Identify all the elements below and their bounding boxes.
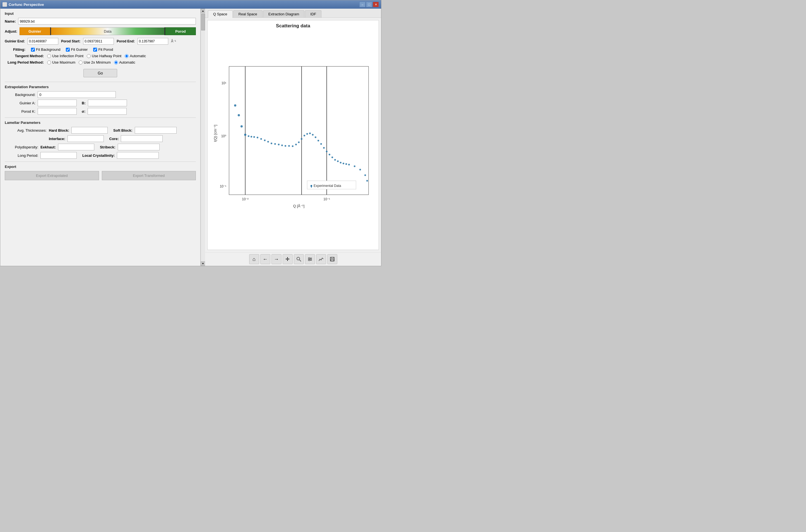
export-transformed-button[interactable]: Export Transformed xyxy=(102,171,196,180)
interface-label: Interface: xyxy=(49,137,65,141)
fit-background-checkbox[interactable] xyxy=(31,48,35,52)
save-icon xyxy=(329,256,335,262)
long-period-input[interactable] xyxy=(40,152,77,159)
svg-rect-68 xyxy=(331,260,334,261)
edit-tool-button[interactable] xyxy=(316,254,326,264)
svg-text:Q [Å⁻¹]: Q [Å⁻¹] xyxy=(293,204,304,208)
svg-point-28 xyxy=(292,145,293,147)
halfway-radio-input[interactable] xyxy=(87,54,91,58)
porod-start-input[interactable] xyxy=(83,38,114,45)
svg-point-35 xyxy=(312,134,313,136)
tab-q-space[interactable]: Q Space xyxy=(208,10,233,18)
svg-point-13 xyxy=(241,125,243,128)
sigma-input[interactable] xyxy=(88,108,127,115)
extrapolation-title: Extrapolation Parameters xyxy=(5,85,196,89)
svg-text:I(Q) [cm⁻¹]: I(Q) [cm⁻¹] xyxy=(213,125,217,142)
svg-point-56 xyxy=(310,185,312,187)
scroll-thumb[interactable] xyxy=(201,14,205,31)
thickness-row: Avg. Thicknesses: Hard Block: Soft Block… xyxy=(5,127,196,134)
guinier-a-label: Guinier A: xyxy=(5,101,35,105)
svg-point-51 xyxy=(364,174,366,176)
porod-region[interactable]: Porod xyxy=(165,27,196,35)
porod-label: Porod xyxy=(175,29,186,34)
window-controls: – □ ✕ xyxy=(359,2,379,7)
close-button[interactable]: ✕ xyxy=(373,2,379,7)
fit-porod-check[interactable]: Fit Porod xyxy=(93,48,113,52)
use-inflection-radio[interactable]: Use Inflection Point xyxy=(47,54,83,58)
lamellar-section: Lamellar Parameters Avg. Thicknesses: Ha… xyxy=(5,120,196,159)
tangent-method-row: Tangent Method: Use Inflection Point Use… xyxy=(5,54,196,58)
angstrom-unit: Å⁻¹ xyxy=(171,39,176,43)
go-row: Go xyxy=(5,69,196,77)
maximize-button[interactable]: □ xyxy=(366,2,372,7)
home-tool-button[interactable]: ⌂ xyxy=(249,254,259,264)
name-input[interactable] xyxy=(18,18,196,24)
use-halfway-radio[interactable]: Use Halfway Point xyxy=(87,54,121,58)
tangent-automatic-radio[interactable]: Automatic xyxy=(125,54,146,58)
scroll-track[interactable] xyxy=(201,13,205,261)
svg-text:10⁰: 10⁰ xyxy=(221,134,226,138)
lp-automatic-label: Automatic xyxy=(119,60,135,64)
porod-end-input[interactable] xyxy=(137,38,168,45)
b-input[interactable] xyxy=(88,100,127,106)
configure-tool-button[interactable] xyxy=(305,254,315,264)
fit-guinier-checkbox[interactable] xyxy=(66,48,70,52)
fit-background-check[interactable]: Fit Background xyxy=(31,48,60,52)
porod-k-input[interactable] xyxy=(38,108,77,115)
maximum-radio-input[interactable] xyxy=(47,60,51,64)
porod-end-label: Porod End: xyxy=(117,39,135,43)
svg-point-39 xyxy=(323,147,325,149)
scrollbar[interactable]: ▲ ▼ xyxy=(200,8,205,266)
local-cryst-label: Local Crystallinity: xyxy=(82,153,115,158)
lp-automatic-radio[interactable]: Automatic xyxy=(114,60,135,64)
main-window: Corfunc Perspective – □ ✕ Input Name: Ad… xyxy=(0,0,381,266)
soft-block-input[interactable] xyxy=(135,127,177,134)
guinier-a-input[interactable] xyxy=(38,100,77,106)
guinier-a-row: Guinier A: B: xyxy=(5,100,196,106)
hard-block-input[interactable] xyxy=(72,127,108,134)
core-input[interactable] xyxy=(121,135,162,142)
pan-tool-button[interactable]: ✛ xyxy=(283,254,293,264)
svg-point-41 xyxy=(329,154,330,155)
adjust-bar[interactable]: Guinier Data Porod xyxy=(20,27,196,35)
back-tool-button[interactable]: ← xyxy=(260,254,270,264)
export-extrapolated-button[interactable]: Export Extrapolated xyxy=(5,171,99,180)
local-cryst-input[interactable] xyxy=(117,152,159,159)
scroll-down-button[interactable]: ▼ xyxy=(201,261,205,266)
guinier-end-input[interactable] xyxy=(27,38,58,45)
fit-porod-checkbox[interactable] xyxy=(93,48,97,52)
guinier-region[interactable]: Guinier xyxy=(20,27,50,35)
2x-minimum-radio-input[interactable] xyxy=(79,60,82,64)
lp-auto-radio-input[interactable] xyxy=(114,60,118,64)
use-maximum-label: Use Maximum xyxy=(52,60,75,64)
core-label: Core: xyxy=(109,137,119,141)
svg-point-12 xyxy=(238,114,240,116)
svg-point-34 xyxy=(309,133,311,134)
svg-point-65 xyxy=(309,260,310,261)
use-maximum-radio[interactable]: Use Maximum xyxy=(47,60,75,64)
stribeck-input[interactable] xyxy=(118,144,159,150)
interface-input[interactable] xyxy=(68,135,104,142)
forward-tool-button[interactable]: → xyxy=(271,254,282,264)
scroll-up-button[interactable]: ▲ xyxy=(201,8,205,13)
tangent-auto-radio-input[interactable] xyxy=(125,54,129,58)
background-row: Background: xyxy=(5,91,196,98)
tab-idf[interactable]: IDF xyxy=(305,10,321,18)
tab-real-space[interactable]: Real Space xyxy=(233,10,263,18)
save-tool-button[interactable] xyxy=(327,254,337,264)
tab-extraction-diagram[interactable]: Extraction Diagram xyxy=(263,10,305,18)
left-inner: Input Name: Adjust: Guinier Dat xyxy=(0,8,200,266)
zoom-tool-button[interactable] xyxy=(294,254,304,264)
inflection-radio-input[interactable] xyxy=(47,54,51,58)
use-2x-minimum-radio[interactable]: Use 2x Minimum xyxy=(79,60,111,64)
svg-point-63 xyxy=(309,258,310,259)
minimize-button[interactable]: – xyxy=(359,2,365,7)
background-input[interactable] xyxy=(38,91,116,98)
go-button[interactable]: Go xyxy=(83,69,117,77)
data-region[interactable]: Data xyxy=(51,27,164,35)
title-bar: Corfunc Perspective – □ ✕ xyxy=(0,0,381,8)
fit-guinier-check[interactable]: Fit Guinier xyxy=(66,48,88,52)
svg-point-14 xyxy=(244,134,246,136)
eekhaut-input[interactable] xyxy=(58,144,94,150)
name-label: Name: xyxy=(5,19,16,23)
